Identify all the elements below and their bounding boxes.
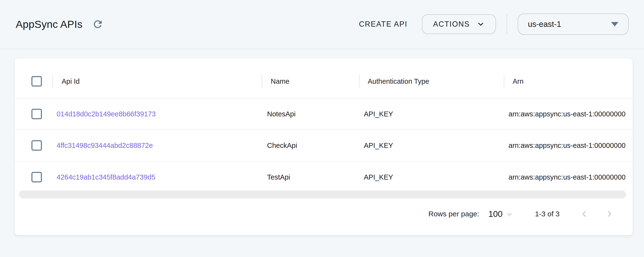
api-id-link[interactable]: 4ffc31498c93444abd2c88872e <box>56 142 153 150</box>
column-divider <box>262 74 262 88</box>
chevron-down-icon <box>476 20 485 28</box>
pagination: Rows per page: 100 1-3 of 3 <box>428 204 615 224</box>
topbar-actions: CREATE API ACTIONS us-east-1 <box>356 14 628 35</box>
column-header-api-id: Api Id <box>62 77 80 85</box>
region-select[interactable]: us-east-1 <box>518 14 628 35</box>
chevron-right-icon <box>604 208 615 219</box>
table-row: 4ffc31498c93444abd2c88872e CheckApi API_… <box>15 130 633 162</box>
region-select-value: us-east-1 <box>528 20 561 29</box>
auth-type-cell: API_KEY <box>364 110 393 118</box>
arn-cell: arn:aws:appsync:us-east-1:00000000 <box>508 173 633 181</box>
actions-button[interactable]: ACTIONS <box>422 14 496 34</box>
auth-type-cell: API_KEY <box>364 142 393 150</box>
table-row: 4264c19ab1c345f8add4a739d5 TestApi API_K… <box>15 162 633 193</box>
select-all-checkbox[interactable] <box>32 76 42 86</box>
name-cell: NotesApi <box>267 110 296 118</box>
page-title: AppSync APIs <box>16 18 82 30</box>
previous-page-button[interactable] <box>578 208 590 220</box>
page-range-label: 1-3 of 3 <box>535 210 560 218</box>
actions-button-label: ACTIONS <box>433 20 470 28</box>
row-checkbox[interactable] <box>32 140 42 151</box>
arn-cell: arn:aws:appsync:us-east-1:00000000 <box>508 142 633 150</box>
table-row: 014d18d0c2b149ee8b66f39173 NotesApi API_… <box>15 98 633 130</box>
arn-cell: arn:aws:appsync:us-east-1:00000000 <box>508 110 633 118</box>
column-header-authentication-type: Authentication Type <box>368 77 429 85</box>
dropdown-caret-icon <box>611 22 618 26</box>
column-header-arn: Arn <box>513 77 524 85</box>
auth-type-cell: API_KEY <box>364 173 393 181</box>
table-header-row: Api Id Name Authentication Type Arn <box>15 58 633 98</box>
topbar-divider <box>506 14 507 34</box>
refresh-icon <box>92 18 104 30</box>
column-divider <box>359 74 360 88</box>
rows-per-page-select[interactable]: 100 <box>488 209 513 219</box>
rows-per-page-value: 100 <box>488 209 502 219</box>
row-checkbox[interactable] <box>32 172 42 182</box>
rows-per-page-label: Rows per page: <box>428 210 479 218</box>
chevron-left-icon <box>579 208 590 219</box>
row-checkbox[interactable] <box>32 109 42 119</box>
topbar: AppSync APIs CREATE API ACTIONS us-east-… <box>0 0 644 49</box>
title-group: AppSync APIs <box>16 18 104 31</box>
column-divider <box>504 74 504 88</box>
api-id-link[interactable]: 014d18d0c2b149ee8b66f39173 <box>56 110 156 118</box>
create-api-button[interactable]: CREATE API <box>356 14 410 34</box>
horizontal-scrollbar[interactable] <box>19 190 626 198</box>
api-id-link[interactable]: 4264c19ab1c345f8add4a739d5 <box>56 173 155 181</box>
refresh-button[interactable] <box>91 18 104 31</box>
next-page-button[interactable] <box>604 208 615 220</box>
apis-table-card: Api Id Name Authentication Type Arn 014d… <box>15 58 633 235</box>
name-cell: TestApi <box>267 173 290 181</box>
column-header-name: Name <box>271 77 289 85</box>
column-divider <box>52 74 53 88</box>
dropdown-caret-icon <box>506 213 513 217</box>
name-cell: CheckApi <box>267 142 297 150</box>
